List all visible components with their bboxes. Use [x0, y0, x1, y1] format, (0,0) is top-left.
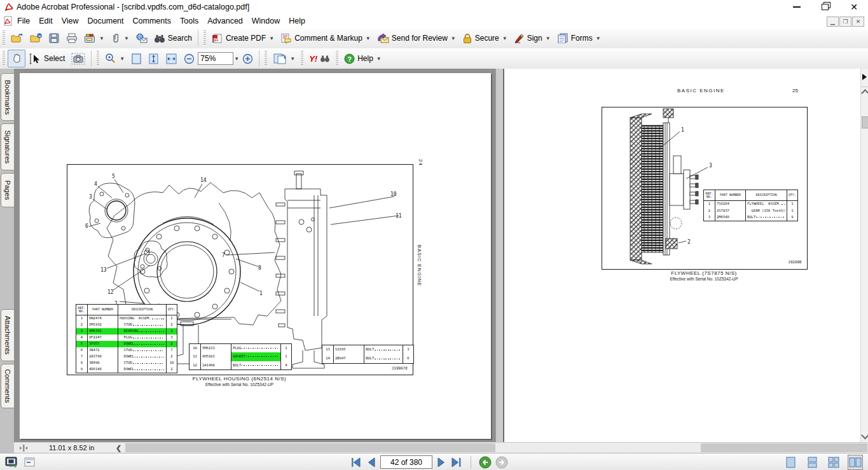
- doc-close-button[interactable]: ✕: [852, 17, 864, 27]
- yahoo-logo: Y!: [309, 54, 317, 64]
- tab-bookmarks[interactable]: Bookmarks: [1, 73, 14, 121]
- svg-text:3: 3: [709, 163, 712, 169]
- toolbar-grip[interactable]: [3, 31, 5, 46]
- zoom-dropdown-arrow-icon[interactable]: ▼: [234, 56, 239, 62]
- scroll-up-icon[interactable]: [861, 89, 868, 97]
- hscroll-thumb-right[interactable]: [701, 443, 867, 452]
- email-button[interactable]: [132, 29, 151, 47]
- dropdown-arrow-icon: ▼: [124, 36, 129, 41]
- fullscreen-monitor-icon[interactable]: [5, 457, 17, 468]
- hand-tool-button[interactable]: [8, 50, 25, 67]
- secure-label: Secure: [475, 34, 499, 43]
- menu-tools[interactable]: Tools: [176, 15, 203, 27]
- previous-view-button[interactable]: [479, 456, 492, 469]
- hand-icon: [11, 53, 22, 64]
- minimize-button[interactable]: [787, 1, 806, 12]
- create-pdf-button[interactable]: Create PDF▼: [209, 29, 277, 47]
- tab-comments[interactable]: Comments: [1, 364, 14, 408]
- toolbar-grip[interactable]: [203, 31, 206, 46]
- menu-advanced[interactable]: Advanced: [203, 15, 247, 27]
- hscroll-thumb-left[interactable]: [125, 443, 495, 452]
- zoom-in-button[interactable]: [239, 50, 256, 67]
- snapshot-tool-button[interactable]: [68, 50, 88, 67]
- svg-text:8: 8: [258, 265, 261, 271]
- toolbar-grip[interactable]: [3, 51, 5, 66]
- restore-button[interactable]: [815, 1, 834, 12]
- actual-size-icon: [131, 53, 142, 65]
- tab-signatures[interactable]: Signatures: [1, 123, 14, 170]
- menu-window[interactable]: Window: [247, 15, 284, 27]
- open-organizer-button[interactable]: [27, 29, 46, 47]
- menu-document[interactable]: Document: [83, 15, 128, 27]
- zoom-out-button[interactable]: [181, 50, 198, 67]
- sign-button[interactable]: Sign▼: [511, 29, 554, 47]
- page-number-input[interactable]: [380, 455, 432, 469]
- tab-attachments[interactable]: Attachments: [1, 309, 14, 361]
- print-icon: [66, 33, 78, 43]
- scroll-down-icon[interactable]: [861, 431, 868, 439]
- next-view-button[interactable]: [495, 456, 508, 469]
- secure-button[interactable]: Secure▼: [459, 29, 511, 47]
- magnifier-plus-icon: [105, 53, 116, 64]
- help-icon: ?: [344, 53, 355, 64]
- parts-table-main: REF. NO.PART NUMBERDESCRIPTIONQTY.16N247…: [76, 304, 177, 373]
- attach-button[interactable]: ▼: [107, 29, 132, 47]
- zoom-in-tool-button[interactable]: ▼: [102, 50, 128, 67]
- fit-page-button[interactable]: [145, 50, 162, 67]
- page-display-button[interactable]: ▼: [270, 50, 298, 67]
- forms-button[interactable]: Forms▼: [554, 29, 604, 47]
- toolbar-grip[interactable]: [97, 51, 99, 66]
- search-button[interactable]: Search: [151, 29, 195, 47]
- menu-view[interactable]: View: [57, 15, 83, 27]
- plus-circle-icon: [242, 53, 253, 64]
- facing-pages-button[interactable]: [848, 455, 863, 470]
- next-page-button[interactable]: [436, 457, 446, 468]
- save-button[interactable]: [46, 29, 63, 47]
- doc-restore-button[interactable]: ❐: [839, 17, 851, 27]
- reading-mode-icon[interactable]: [24, 457, 35, 467]
- menu-file[interactable]: File: [13, 15, 34, 27]
- toolbar-grip[interactable]: [301, 51, 303, 66]
- splitter-icon[interactable]: [19, 445, 28, 452]
- select-tool-button[interactable]: Select: [25, 50, 68, 67]
- first-page-button[interactable]: [350, 457, 362, 468]
- zoom-level-input[interactable]: [198, 52, 233, 65]
- minus-circle-icon: [184, 53, 195, 64]
- menu-help[interactable]: Help: [284, 15, 310, 27]
- yahoo-messenger-button[interactable]: Y!: [306, 50, 333, 67]
- actual-size-button[interactable]: [128, 50, 145, 67]
- menu-edit[interactable]: Edit: [34, 15, 57, 27]
- scroll-left-icon[interactable]: ❮: [116, 444, 121, 452]
- open-button[interactable]: [8, 29, 27, 47]
- doc-minimize-button[interactable]: ▁: [827, 17, 839, 27]
- svg-text:?: ?: [347, 55, 352, 62]
- continuous-facing-button[interactable]: [826, 455, 841, 470]
- help-button[interactable]: ? Help▼: [341, 50, 385, 67]
- toolbar-expand-icon[interactable]: [862, 74, 867, 80]
- close-button[interactable]: ✕: [844, 1, 864, 12]
- print-button[interactable]: [63, 29, 81, 47]
- fit-width-button[interactable]: [162, 50, 181, 67]
- organizer-button[interactable]: ▼: [81, 29, 107, 47]
- toolbar-grip[interactable]: [336, 51, 338, 66]
- document-pane[interactable]: 453 61312 2148 17 1011 REF. NO.PART NUMB…: [14, 69, 495, 442]
- menu-comments[interactable]: Comments: [128, 15, 176, 27]
- toolbar-grip[interactable]: [265, 51, 267, 66]
- tab-pages[interactable]: Pages: [1, 173, 14, 207]
- open-folder-icon: [11, 33, 24, 43]
- last-page-button[interactable]: [450, 457, 463, 468]
- right-vscrollbar[interactable]: [860, 69, 868, 442]
- figure-subcaption: Effective with Serial No. 10Z5342-UP: [67, 382, 412, 387]
- sign-pen-icon: [514, 33, 525, 43]
- document-pane-right[interactable]: BASIC ENGINE 25: [504, 69, 860, 442]
- continuous-button[interactable]: [804, 455, 820, 470]
- scrollbar-thumb[interactable]: [862, 116, 868, 128]
- send-for-review-button[interactable]: Send for Review▼: [374, 29, 459, 47]
- single-page-button[interactable]: [783, 455, 798, 470]
- parts-row: 25M1932 STUD2: [76, 322, 177, 328]
- flywheel-drawing: 132: [602, 107, 807, 269]
- previous-page-button[interactable]: [366, 457, 376, 468]
- parts-row: 121A1460BOLT4: [189, 361, 291, 370]
- create-pdf-icon: [212, 33, 223, 44]
- comment-markup-button[interactable]: Comment & Markup▼: [277, 29, 374, 47]
